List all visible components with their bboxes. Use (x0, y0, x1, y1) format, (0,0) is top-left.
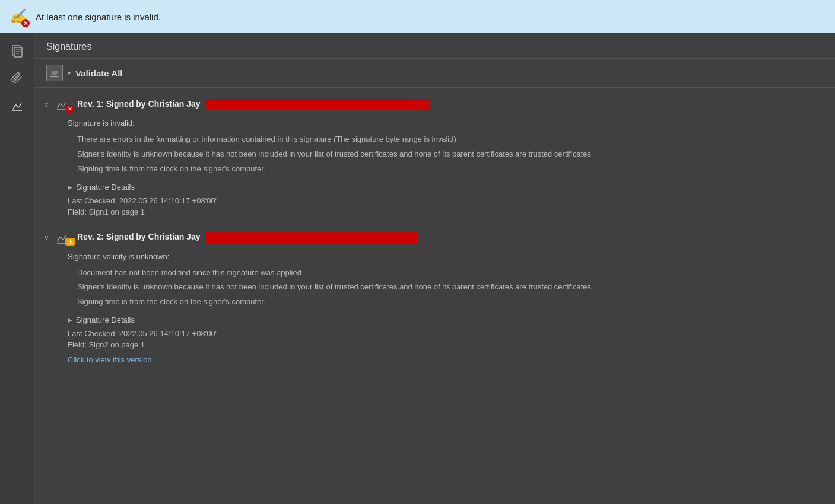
signatures-panel: Signatures ▾ Validate All ∨ (34, 33, 835, 504)
revision-1-content: Signature is invalid: There are errors i… (34, 115, 835, 221)
rev1-detail-list: There are errors in the formatting or in… (68, 132, 826, 177)
rev2-status-line: Signature validity is unknown: (68, 252, 826, 261)
rev1-last-checked: Last Checked: 2022.05.26 14:10:17 +08'00… (68, 196, 826, 205)
revision-1-block: ∨ ✕ Rev. 1: Signed by Christian Jay (34, 94, 835, 221)
rev2-field: Field: Sign2 on page 1 (68, 340, 826, 349)
pages-icon[interactable] (5, 39, 29, 63)
rev2-detail-2: Signing time is from the clock on the si… (68, 295, 826, 310)
signature-error-icon: ✍ ✕ (8, 6, 30, 27)
error-badge-icon: ✕ (21, 19, 30, 27)
panel-header: Signatures (34, 33, 835, 59)
rev2-detail-0: Document has not been modified since thi… (68, 266, 826, 280)
validate-all-label[interactable]: Validate All (75, 68, 122, 78)
rev1-error-badge: ✕ (66, 105, 74, 113)
rev1-detail-1: Signer's identity is unknown because it … (68, 147, 826, 162)
rev1-details-label: Signature Details (76, 183, 135, 192)
rev1-detail-2: Signing time is from the clock on the si… (68, 162, 826, 177)
rev1-field: Field: Sign1 on page 1 (68, 208, 826, 216)
sidebar-icons (0, 33, 34, 504)
rev2-chevron: ∨ (44, 234, 51, 242)
error-message: At least one signature is invalid. (36, 12, 161, 22)
panel-title: Signatures (46, 42, 92, 52)
rev2-redacted (205, 232, 418, 243)
rev2-detail-list: Document has not been modified since thi… (68, 266, 826, 310)
rev1-details-chevron: ▶ (68, 184, 72, 190)
signatures-panel-icon[interactable] (5, 94, 29, 117)
rev2-detail-1: Signer's identity is unknown because it … (68, 280, 826, 295)
rev2-details-label: Signature Details (76, 315, 135, 324)
rev2-details-toggle[interactable]: ▶ Signature Details (68, 315, 826, 324)
revision-2-header[interactable]: ∨ ⚠ Rev. 2: Signed by Christian Jay (34, 227, 835, 248)
error-bar: ✍ ✕ At least one signature is invalid. (0, 0, 835, 33)
view-version-link[interactable]: Click to view this version (68, 355, 152, 364)
panel-scroll: ∨ ✕ Rev. 1: Signed by Christian Jay (34, 88, 835, 504)
revision-2-content: Signature validity is unknown: Document … (34, 248, 835, 372)
rev1-details-toggle[interactable]: ▶ Signature Details (68, 183, 826, 192)
rev2-title: Rev. 2: Signed by Christian Jay (77, 232, 418, 243)
rev1-status-line: Signature is invalid: (68, 119, 826, 127)
rev1-sig-icon: ✕ (56, 97, 72, 111)
rev2-warning-badge: ⚠ (65, 238, 75, 246)
rev2-details-chevron: ▶ (68, 317, 72, 323)
rev1-chevron: ∨ (44, 100, 51, 109)
rev1-redacted (205, 99, 430, 110)
rev2-sig-icon: ⚠ (56, 231, 72, 245)
validate-list-icon-btn[interactable] (46, 65, 63, 81)
attachments-icon[interactable] (5, 66, 29, 90)
rev2-last-checked: Last Checked: 2022.05.26 14:10:17 +08'00… (68, 329, 826, 338)
revision-2-block: ∨ ⚠ Rev. 2: Signed by Christian Jay (34, 227, 835, 372)
revision-1-header[interactable]: ∨ ✕ Rev. 1: Signed by Christian Jay (34, 94, 835, 115)
rev1-detail-0: There are errors in the formatting or in… (68, 132, 826, 147)
validate-toolbar: ▾ Validate All (34, 59, 835, 88)
validate-dropdown-arrow[interactable]: ▾ (68, 70, 71, 76)
svg-rect-2 (14, 47, 22, 57)
rev1-title: Rev. 1: Signed by Christian Jay (77, 99, 430, 110)
